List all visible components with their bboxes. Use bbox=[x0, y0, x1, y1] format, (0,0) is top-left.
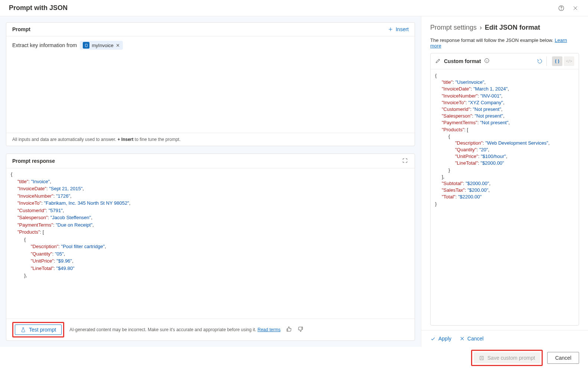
edit-icon bbox=[435, 58, 441, 65]
chip-label: myInvoice bbox=[92, 43, 114, 48]
response-card: Prompt response {"title": "Invoice","Inv… bbox=[6, 154, 415, 341]
save-custom-prompt-button[interactable]: Save custom prompt bbox=[474, 352, 540, 363]
breadcrumb: Prompt settings › Edit JSON format bbox=[430, 24, 579, 32]
cancel-format-button[interactable]: Cancel bbox=[460, 336, 484, 342]
insert-button[interactable]: Insert bbox=[388, 26, 409, 32]
document-icon bbox=[83, 42, 89, 49]
prompt-editor[interactable]: Extract key information from myInvoice ✕ bbox=[6, 36, 415, 133]
chip-remove-icon[interactable]: ✕ bbox=[116, 43, 120, 48]
test-prompt-button[interactable]: Test prompt bbox=[15, 324, 62, 335]
custom-format-editor[interactable]: {"title": "UserInvoice","InvoiceDate": "… bbox=[431, 69, 579, 325]
thumbs-down-icon[interactable] bbox=[297, 326, 304, 333]
insert-label: Insert bbox=[396, 26, 409, 32]
save-label: Save custom prompt bbox=[487, 355, 535, 361]
svg-point-1 bbox=[561, 9, 562, 10]
reset-icon[interactable] bbox=[536, 56, 547, 66]
svg-rect-4 bbox=[480, 356, 484, 360]
prompt-footer: All inputs and data are automatically us… bbox=[6, 133, 415, 146]
settings-description: The response format will follow the JSON… bbox=[421, 36, 588, 53]
prompt-text: Extract key information from bbox=[12, 42, 77, 48]
apply-button[interactable]: Apply bbox=[430, 336, 451, 342]
expand-icon[interactable] bbox=[402, 158, 409, 164]
input-chip[interactable]: myInvoice ✕ bbox=[80, 41, 123, 50]
response-disclaimer: AI-generated content may be incorrect. M… bbox=[69, 327, 281, 332]
json-view-toggle[interactable]: { } bbox=[552, 56, 562, 66]
thumbs-up-icon[interactable] bbox=[286, 326, 292, 333]
custom-format-card: Custom format { } </> {"title": "UserInv… bbox=[430, 53, 579, 326]
dialog-header: Prompt with JSON bbox=[0, 0, 588, 16]
cancel-button[interactable]: Cancel bbox=[547, 352, 579, 364]
chevron-right-icon: › bbox=[480, 24, 482, 32]
read-terms-link[interactable]: Read terms bbox=[258, 327, 281, 332]
code-view-toggle[interactable]: </> bbox=[564, 56, 574, 66]
test-prompt-label: Test prompt bbox=[29, 327, 56, 333]
dialog-footer: Save custom prompt Cancel bbox=[0, 347, 588, 369]
custom-format-label: Custom format bbox=[444, 58, 481, 64]
close-icon[interactable] bbox=[572, 4, 579, 12]
svg-rect-2 bbox=[85, 44, 88, 46]
response-section-label: Prompt response bbox=[12, 158, 55, 164]
prompt-section-label: Prompt bbox=[12, 26, 30, 32]
response-json: {"title": "Invoice","InvoiceDate": "Sept… bbox=[6, 168, 415, 319]
breadcrumb-parent[interactable]: Prompt settings bbox=[430, 24, 477, 32]
info-icon[interactable] bbox=[484, 58, 490, 65]
prompt-card: Prompt Insert Extract key information fr… bbox=[6, 22, 415, 146]
settings-panel: Prompt settings › Edit JSON format The r… bbox=[421, 16, 588, 347]
page-title: Prompt with JSON bbox=[9, 4, 68, 12]
help-icon[interactable] bbox=[558, 4, 565, 12]
breadcrumb-current: Edit JSON format bbox=[485, 24, 540, 32]
